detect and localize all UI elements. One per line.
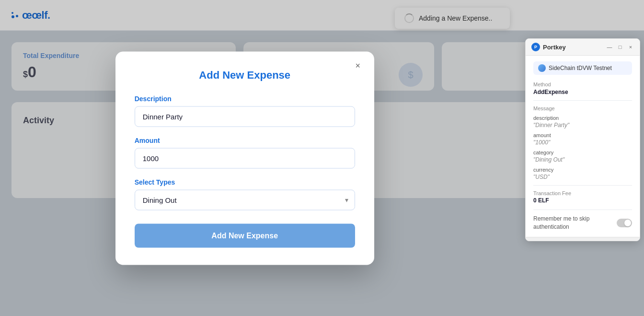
portkey-title-left: P Portkey <box>531 43 566 51</box>
submit-button[interactable]: Add New Expense <box>135 223 355 247</box>
field-currency: currency "USD" <box>533 167 632 180</box>
description-label: Description <box>135 94 355 102</box>
amount-input[interactable] <box>135 148 355 168</box>
description-group: Description <box>135 94 355 127</box>
portkey-body: SideChain tDVW Testnet Method AddExpense… <box>526 56 640 237</box>
field-amount-value: "1000" <box>533 139 632 146</box>
method-value: AddExpense <box>533 89 632 95</box>
portkey-panel: P Portkey — □ × SideChain tDVW Testnet M… <box>525 38 640 241</box>
description-input[interactable] <box>135 106 355 127</box>
toggle-thumb <box>624 220 631 226</box>
remember-auth-toggle[interactable] <box>617 219 632 227</box>
portkey-scrollbar[interactable] <box>526 237 640 241</box>
modal-title: Add New Expense <box>135 69 355 81</box>
message-label: Message <box>533 105 632 111</box>
chain-name: SideChain tDVW Testnet <box>549 65 612 71</box>
portkey-controls: — □ × <box>606 44 634 50</box>
portkey-title-text: Portkey <box>543 44 566 51</box>
type-select[interactable]: Dining Out Groceries Transport Entertain… <box>135 189 355 210</box>
field-category-name: category <box>533 150 632 155</box>
close-icon: × <box>355 61 360 71</box>
modal-close-button[interactable]: × <box>351 59 365 72</box>
field-amount-name: amount <box>533 132 632 138</box>
chain-icon <box>538 64 546 72</box>
field-amount: amount "1000" <box>533 132 632 146</box>
portkey-icon: P <box>531 43 540 51</box>
field-description-name: description <box>533 115 632 121</box>
tx-fee-label: Transaction Fee <box>533 190 632 196</box>
field-category: category "Dining Out" <box>533 150 632 163</box>
field-description: description "Dinner Party" <box>533 115 632 129</box>
divider-2 <box>533 185 632 186</box>
amount-group: Amount <box>135 136 355 168</box>
restore-button[interactable]: □ <box>617 44 623 50</box>
field-currency-name: currency <box>533 167 632 173</box>
portkey-titlebar: P Portkey — □ × <box>526 39 640 56</box>
chain-badge: SideChain tDVW Testnet <box>533 61 632 75</box>
field-currency-value: "USD" <box>533 174 632 180</box>
minimize-button[interactable]: — <box>606 44 613 50</box>
field-category-value: "Dining Out" <box>533 156 632 163</box>
tx-fee-value: 0 ELF <box>533 197 632 204</box>
tx-fee-section: Transaction Fee 0 ELF <box>533 190 632 204</box>
divider <box>533 100 632 101</box>
method-section: Method AddExpense <box>533 82 632 95</box>
add-expense-modal: × Add New Expense Description Amount Sel… <box>115 51 374 265</box>
remember-auth-section: Remember me to skip authentication <box>533 210 632 231</box>
type-label: Select Types <box>135 178 355 186</box>
type-select-wrapper: Dining Out Groceries Transport Entertain… <box>135 189 355 210</box>
portkey-close-button[interactable]: × <box>627 44 634 50</box>
amount-label: Amount <box>135 136 355 144</box>
method-label: Method <box>533 82 632 87</box>
field-description-value: "Dinner Party" <box>533 122 632 129</box>
remember-auth-text: Remember me to skip authentication <box>533 215 617 231</box>
type-group: Select Types Dining Out Groceries Transp… <box>135 178 355 210</box>
